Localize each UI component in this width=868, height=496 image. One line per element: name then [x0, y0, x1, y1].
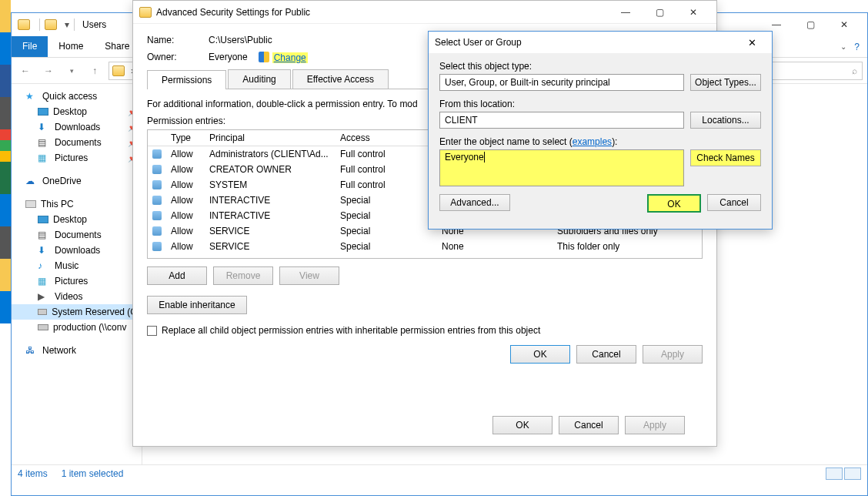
sidebar-pc-music[interactable]: ♪Music [12, 258, 142, 273]
taskbar-app-3[interactable] [0, 65, 11, 97]
cell-access: Special [336, 254, 437, 257]
object-name-label: Enter the object name to select (example… [439, 136, 761, 147]
sidebar-pc-pictures[interactable]: ▦Pictures [12, 273, 142, 289]
owner-label: Owner: [147, 52, 209, 63]
taskbar-app-1[interactable] [0, 0, 11, 32]
maximize-button[interactable]: ▢ [643, 2, 676, 23]
up-button[interactable]: ↑ [85, 62, 104, 80]
outer-ok-button[interactable]: OK [492, 416, 553, 434]
sidebar-label: Documents [55, 137, 102, 148]
help-icon[interactable]: ? [854, 42, 860, 52]
apply-button[interactable]: Apply [643, 345, 703, 364]
taskbar-app-5[interactable] [0, 129, 11, 162]
sidebar-label: Pictures [55, 276, 88, 287]
col-access[interactable]: Access [336, 130, 437, 146]
sidebar-pc-videos[interactable]: ▶Videos [12, 289, 142, 304]
sidebar-item-downloads[interactable]: ⬇Downloads📌 [12, 119, 142, 135]
label-text: ): [612, 136, 617, 147]
table-row[interactable]: AllowSERVICESpecialNoneThis folder only [148, 239, 702, 254]
sidebar-label: Desktop [53, 106, 87, 117]
close-button[interactable]: ✕ [827, 14, 861, 35]
sidebar-label: Desktop [53, 214, 87, 225]
ok-button[interactable]: OK [647, 194, 701, 213]
document-icon: ▤ [38, 230, 50, 240]
recent-button[interactable]: ▾ [62, 62, 81, 80]
ok-button[interactable]: OK [510, 345, 570, 364]
taskbar-app-10[interactable] [0, 291, 11, 323]
download-icon: ⬇ [38, 245, 50, 256]
sidebar-item-desktop[interactable]: Desktop📌 [12, 104, 142, 119]
check-names-button[interactable]: Check Names [690, 149, 761, 166]
add-button[interactable]: Add [147, 266, 207, 285]
window-title: Users [82, 19, 106, 30]
user-icon [152, 196, 162, 205]
sidebar-item-pictures[interactable]: ▦Pictures📌 [12, 150, 142, 166]
cell-type: Allow [166, 254, 205, 257]
view-button[interactable]: View [279, 266, 339, 285]
sidebar-pc-desktop[interactable]: Desktop [12, 212, 142, 227]
cell-type: Allow [166, 177, 205, 193]
sidebar-quick-access[interactable]: ★ Quick access [12, 89, 142, 104]
sidebar-pc-production[interactable]: production (\\conv [12, 320, 142, 335]
cell-applies: Subfolders and files only [553, 254, 702, 257]
locations-button[interactable]: Locations... [690, 112, 761, 129]
folder-icon [112, 65, 125, 76]
window-title: Advanced Security Settings for Public [156, 7, 310, 18]
forward-button[interactable]: → [39, 62, 58, 80]
folder-icon [139, 7, 152, 18]
col-type[interactable]: Type [166, 130, 205, 146]
taskbar-app-9[interactable] [0, 259, 11, 291]
taskbar-app-4[interactable] [0, 97, 11, 129]
select-user-dialog: Select User or Group ✕ Select this objec… [428, 31, 773, 230]
cell-principal: SYSTEM [205, 177, 336, 193]
taskbar-app-7[interactable] [0, 194, 11, 226]
cancel-button[interactable]: Cancel [576, 345, 636, 364]
object-types-button[interactable]: Object Types... [690, 74, 761, 91]
cancel-button[interactable]: Cancel [707, 194, 761, 211]
taskbar-app-8[interactable] [0, 226, 11, 259]
replace-checkbox[interactable] [147, 326, 157, 336]
ribbon-expand-icon[interactable]: ⌄ [840, 42, 846, 51]
enable-inheritance-button[interactable]: Enable inheritance [147, 296, 247, 314]
sidebar-onedrive[interactable]: ☁OneDrive [12, 173, 142, 189]
cell-access: Special [336, 223, 437, 239]
ribbon-home[interactable]: Home [48, 36, 94, 57]
object-type-field[interactable]: User, Group, or Built-in security princi… [439, 74, 684, 91]
advanced-button[interactable]: Advanced... [439, 194, 510, 211]
change-owner-link[interactable]: Change [272, 52, 308, 63]
tab-effective-access[interactable]: Effective Access [292, 69, 389, 89]
close-button[interactable]: ✕ [676, 2, 710, 23]
remove-button[interactable]: Remove [213, 266, 273, 285]
ribbon-file[interactable]: File [12, 36, 48, 57]
sidebar-pc-downloads[interactable]: ⬇Downloads [12, 243, 142, 258]
owner-value: Everyone [209, 52, 248, 63]
sidebar-item-documents[interactable]: ▤Documents📌 [12, 135, 142, 150]
cell-type: Allow [166, 223, 205, 239]
close-button[interactable]: ✕ [738, 32, 766, 52]
taskbar-app-2[interactable] [0, 32, 11, 65]
taskbar-app-6[interactable] [0, 162, 11, 194]
maximize-button[interactable]: ▢ [793, 14, 827, 35]
object-name-input[interactable]: Everyone [439, 149, 684, 186]
col-principal[interactable]: Principal [205, 130, 336, 146]
input-value: Everyone [445, 152, 484, 163]
sidebar-pc-system-reserved[interactable]: System Reserved (C [12, 304, 142, 320]
network-icon: 🖧 [25, 345, 38, 356]
sidebar-network[interactable]: 🖧Network [12, 343, 142, 358]
tab-permissions[interactable]: Permissions [147, 70, 226, 89]
search-icon: ⌕ [852, 65, 857, 76]
examples-link[interactable]: examples [573, 136, 612, 147]
cell-access: Special [336, 193, 437, 208]
table-row[interactable]: AllowBATCHSpecialNoneSubfolders and file… [148, 254, 702, 257]
view-large-button[interactable] [844, 468, 861, 480]
location-field[interactable]: CLIENT [439, 112, 684, 129]
sidebar-this-pc[interactable]: This PC [12, 196, 142, 212]
outer-apply-button[interactable]: Apply [625, 416, 685, 434]
back-button[interactable]: ← [16, 62, 35, 80]
tab-auditing[interactable]: Auditing [228, 69, 290, 89]
sidebar-pc-documents[interactable]: ▤Documents [12, 227, 142, 243]
view-details-button[interactable] [826, 468, 843, 480]
desktop-icon [38, 108, 48, 116]
minimize-button[interactable]: — [609, 2, 643, 23]
outer-cancel-button[interactable]: Cancel [559, 416, 619, 434]
